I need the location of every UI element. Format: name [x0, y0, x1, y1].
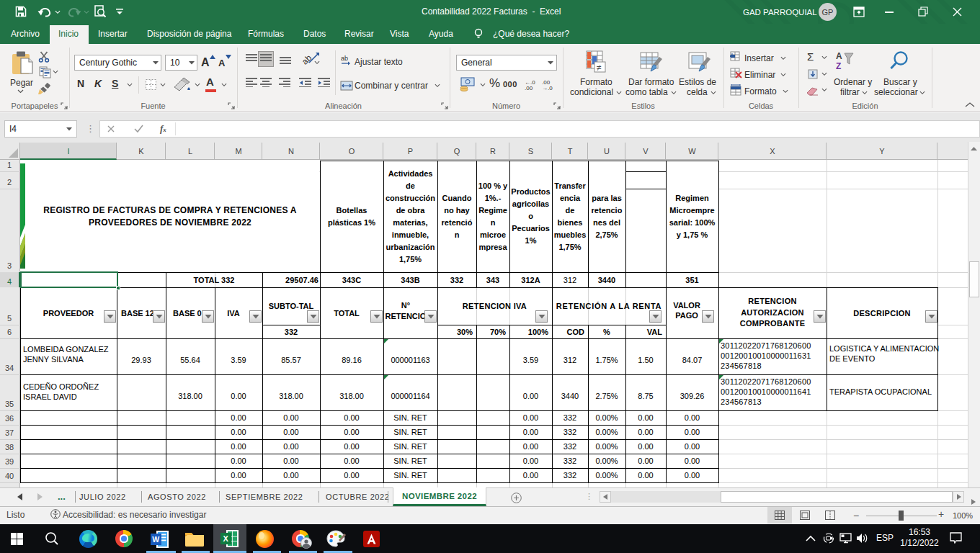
svg-text:W: W: [152, 535, 159, 544]
svg-text:Z: Z: [836, 61, 841, 71]
svg-text:→.0: →.0: [542, 85, 553, 90]
svg-text:ab: ab: [341, 55, 348, 62]
svg-text:A: A: [836, 51, 842, 61]
svg-text:≠: ≠: [597, 63, 602, 73]
svg-text:X: X: [223, 534, 229, 543]
svg-text:.00: .00: [525, 85, 533, 90]
